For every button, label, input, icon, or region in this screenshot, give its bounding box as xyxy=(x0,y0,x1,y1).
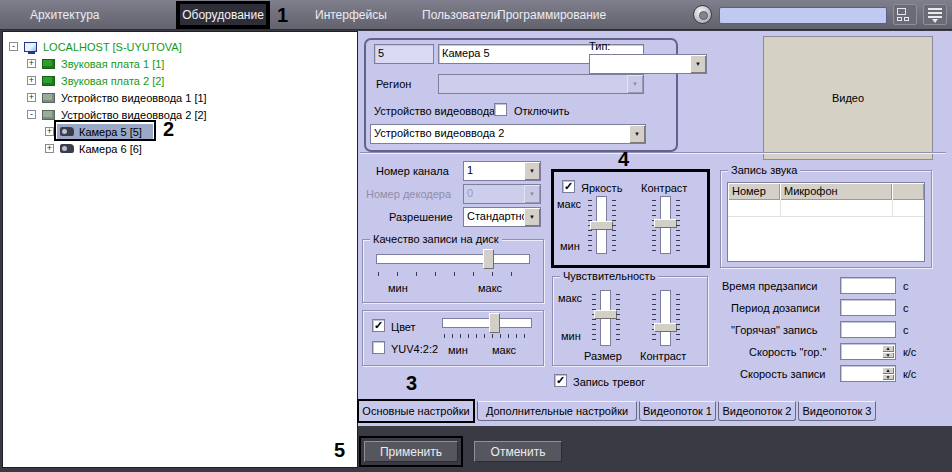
size-slider-thumb[interactable] xyxy=(594,310,617,319)
max-label: макс xyxy=(478,282,502,294)
spin-down-icon[interactable]: ▼ xyxy=(882,352,894,359)
region-value xyxy=(439,75,627,93)
yuv-checkbox[interactable] xyxy=(372,341,385,354)
audio-record-group-label: Запись звука xyxy=(728,164,800,176)
hot-speed-field[interactable]: ▲▼ xyxy=(840,343,896,360)
quality-slider[interactable] xyxy=(376,254,530,264)
dropdown-arrow-icon: ▼ xyxy=(524,162,540,180)
collapse-icon[interactable]: - xyxy=(9,42,18,51)
resolution-dropdown[interactable]: Стандартное ▼ xyxy=(463,207,541,227)
expand-icon[interactable]: + xyxy=(27,93,36,102)
type-label: Тип: xyxy=(589,40,610,52)
search-input[interactable] xyxy=(719,7,887,24)
table-row[interactable] xyxy=(728,200,924,217)
region-label: Регион xyxy=(376,78,411,90)
tree-item-capture-device-1[interactable]: + Устройство видеоввода 1 [1] xyxy=(3,90,357,107)
tree-item-camera-5[interactable]: + Камера 5 [5] xyxy=(3,124,357,141)
tree-item-soundcard-2[interactable]: + Звуковая плата 2 [2] xyxy=(3,73,357,90)
tree-item-soundcard-1[interactable]: + Звуковая плата 1 [1] xyxy=(3,56,357,73)
spinner[interactable]: ▲▼ xyxy=(882,345,894,358)
yuv-label: YUV4:2:2 xyxy=(391,343,438,355)
camera-icon xyxy=(60,127,74,136)
expand-icon[interactable]: + xyxy=(45,127,54,136)
apply-button[interactable]: Применить xyxy=(364,441,458,462)
brightness-slider[interactable] xyxy=(596,196,607,254)
min-label: мин xyxy=(388,282,408,294)
tab-videostream-3[interactable]: Видеопоток 3 xyxy=(798,401,876,421)
max-label: макс xyxy=(557,198,581,210)
layout-grid-icon xyxy=(904,17,909,21)
toolbar-tab-users[interactable]: Пользователи xyxy=(422,8,500,22)
tab-main-settings[interactable]: Основные настройки xyxy=(357,399,475,423)
channel-dropdown[interactable]: 1 ▼ xyxy=(463,161,541,181)
alarm-record-checkbox[interactable]: ✓ xyxy=(554,374,567,387)
size-label: Размер xyxy=(584,350,622,362)
toolbar-tab-programming[interactable]: Программирование xyxy=(497,8,606,22)
cancel-button[interactable]: Отменить xyxy=(474,441,562,462)
size-slider[interactable] xyxy=(600,290,611,346)
region-dropdown[interactable]: ▼ xyxy=(438,74,644,94)
microphone-table: Номер Микрофон xyxy=(727,182,925,262)
disable-label: Отключить xyxy=(514,105,570,117)
tree-item-capture-device-2[interactable]: - Устройство видеоввода 2 [2] xyxy=(3,107,357,124)
callout-number-1: 1 xyxy=(277,4,288,27)
color-slider[interactable] xyxy=(442,318,532,328)
expand-icon[interactable]: + xyxy=(45,144,54,153)
disable-checkbox[interactable] xyxy=(494,103,507,116)
expand-icon[interactable]: + xyxy=(27,59,36,68)
min-label: мин xyxy=(448,344,468,356)
capture-device-icon xyxy=(42,110,55,120)
type-dropdown[interactable]: ▼ xyxy=(589,54,707,74)
decoder-value: 0 xyxy=(464,185,524,203)
sensitivity-contrast-slider-thumb[interactable] xyxy=(654,323,677,332)
resolution-label: Разрешение xyxy=(389,211,453,223)
unit-label: к/с xyxy=(903,368,916,380)
brightness-slider-thumb[interactable] xyxy=(590,221,613,230)
soundcard-icon xyxy=(42,59,55,69)
sensitivity-contrast-slider[interactable] xyxy=(660,290,671,346)
spin-down-icon[interactable]: ▼ xyxy=(882,374,894,381)
tab-additional-settings[interactable]: Дополнительные настройки xyxy=(477,401,637,421)
unit-label: к/с xyxy=(903,346,916,358)
adjust-contrast-slider[interactable] xyxy=(660,196,671,254)
color-slider-thumb[interactable] xyxy=(489,313,500,333)
hot-record-field[interactable] xyxy=(840,321,896,338)
toolbar-tab-architecture[interactable]: Архитектура xyxy=(30,8,100,22)
tree-item-localhost[interactable]: - LOCALHOST [S-UYUTOVA] xyxy=(3,39,357,56)
expand-icon[interactable]: + xyxy=(27,76,36,85)
menu-bars-icon xyxy=(928,8,942,10)
monitors-menu-button[interactable] xyxy=(923,4,947,25)
tab-videostream-2[interactable]: Видеопоток 2 xyxy=(718,401,796,421)
menu-bars-icon xyxy=(928,16,942,18)
dropdown-arrow-icon: ▼ xyxy=(524,208,540,226)
record-speed-field[interactable]: ▲▼ xyxy=(840,365,896,382)
chevron-down-icon xyxy=(932,19,938,23)
min-label: мин xyxy=(561,330,581,342)
menu-bars-icon xyxy=(928,12,942,14)
capture-device-dropdown[interactable]: Устройство видеоввода 2 ▼ xyxy=(370,124,646,144)
toolbar-tab-interfaces[interactable]: Интерфейсы xyxy=(315,8,387,22)
capture-device-value: Устройство видеоввода 2 xyxy=(371,125,629,143)
decoder-dropdown[interactable]: 0 ▼ xyxy=(463,184,541,204)
slider-ticks xyxy=(652,294,656,344)
video-preview: Видео xyxy=(763,36,933,160)
tree-item-label: LOCALHOST [S-UYUTOVA] xyxy=(43,41,182,53)
hexagon-icon[interactable] xyxy=(693,5,712,24)
adjust-contrast-slider-thumb[interactable] xyxy=(654,219,677,228)
layout-grid-button[interactable] xyxy=(893,4,917,25)
sensitivity-group-label: Чувствительность xyxy=(560,270,658,282)
dropdown-arrow-icon: ▼ xyxy=(627,75,643,93)
brightness-checkbox[interactable]: ✓ xyxy=(562,180,575,193)
postrecord-period-field[interactable] xyxy=(840,299,896,316)
color-checkbox[interactable]: ✓ xyxy=(372,319,385,332)
quality-slider-thumb[interactable] xyxy=(483,249,494,269)
toolbar-tab-equipment[interactable]: Оборудование xyxy=(178,2,268,27)
camera-id-field[interactable]: 5 xyxy=(374,44,434,64)
prerecord-time-field[interactable] xyxy=(840,277,896,294)
tab-videostream-1[interactable]: Видеопоток 1 xyxy=(639,401,716,421)
tree-item-camera-6[interactable]: + Камера 6 [6] xyxy=(3,141,357,158)
min-label: мин xyxy=(560,240,580,252)
collapse-icon[interactable]: - xyxy=(27,110,36,119)
spinner[interactable]: ▲▼ xyxy=(882,367,894,380)
app-window: Архитектура Оборудование Интерфейсы Поль… xyxy=(0,0,952,472)
